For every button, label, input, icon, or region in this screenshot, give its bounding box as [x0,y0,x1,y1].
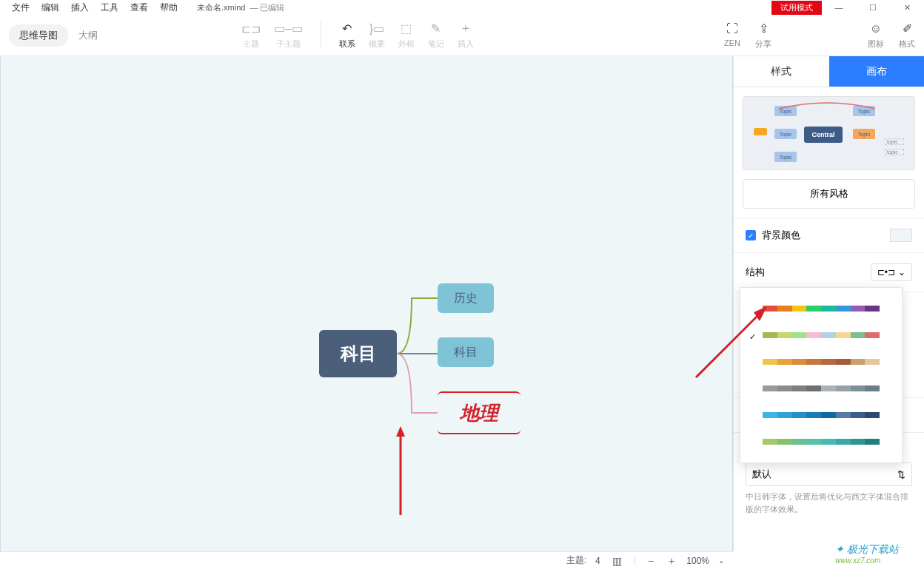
map-overview-icon[interactable]: ▥ [609,555,625,567]
palette-color [865,412,880,418]
bg-color-swatch[interactable] [890,229,912,242]
preview-topic: Topic [853,106,875,116]
palette-color [865,385,880,391]
maximize-button[interactable]: ☐ [856,0,890,15]
tool-zen[interactable]: ⛶ ZEN [724,21,740,50]
menu-insert[interactable]: 插入 [65,0,95,16]
tool-icons[interactable]: ☺ 图标 [868,21,884,50]
all-styles-button[interactable]: 所有风格 [743,179,915,209]
close-button[interactable]: ✕ [890,0,924,15]
mindmap-canvas[interactable]: 科目 历史 科目 地理 [0,56,733,551]
palette-option-5[interactable] [763,428,880,455]
structure-select[interactable]: ⊏•⊐ ⌄ [871,263,912,281]
palette-color [821,439,836,445]
preview-floating-topic [754,128,767,135]
palette-color [792,439,807,445]
palette-color [763,306,777,312]
share-icon: ⇪ [759,21,769,36]
node-child-3[interactable]: 地理 [438,391,520,434]
tool-relation[interactable]: ↶ 联系 [339,21,355,50]
tool-note[interactable]: ✎ 笔记 [428,21,444,50]
tool-subtopic[interactable]: ▭–▭ 子主题 [274,21,303,50]
chevron-down-icon[interactable]: ⌄ [718,556,724,565]
palette-color [777,385,792,391]
palette-option-2[interactable] [763,349,880,375]
tool-boundary[interactable]: ⬚ 外框 [398,21,415,50]
palette-color [777,359,792,365]
preview-subtopic: topic [885,149,904,155]
palette-color [865,332,880,338]
palette-color [763,359,777,365]
menu-view[interactable]: 查看 [124,0,154,16]
palette-color [851,385,866,391]
palette-color [836,412,851,418]
node-central[interactable]: 科目 [319,330,397,377]
zoom-out-button[interactable]: − [645,555,657,567]
cjk-font-select[interactable]: 默认 ⇅ [746,462,912,486]
palette-option-4[interactable] [763,402,880,428]
palette-option-0[interactable] [763,295,880,322]
tool-topic[interactable]: ⊏⊐ 主题 [241,21,261,50]
bg-color-checkbox[interactable]: ✓ [746,230,756,240]
palette-color [763,412,777,418]
topic-icon: ⊏⊐ [241,21,261,36]
palette-color [792,306,807,312]
tool-summary[interactable]: }▭ 概要 [369,21,385,50]
svg-marker-1 [396,426,405,437]
node-child-1[interactable]: 历史 [438,283,494,313]
status-topic-label: 主题: [566,554,586,567]
tool-topic-label: 主题 [243,38,259,50]
menu-tools[interactable]: 工具 [95,0,124,16]
boundary-icon: ⬚ [401,21,412,36]
palette-color [806,412,821,418]
palette-color [777,306,792,312]
file-name: 未命名.xmind [197,2,245,13]
palette-color [763,439,777,445]
palette-color [836,332,851,338]
insert-icon: ＋ [460,21,472,36]
view-mindmap-button[interactable]: 思维导图 [9,24,68,47]
tool-share[interactable]: ⇪ 分享 [755,21,771,50]
stepper-icon: ⇅ [897,469,905,480]
status-bar: 主题: 4 ▥ | − + 100% ⌄ [0,551,733,569]
palette-option-3[interactable] [763,375,880,402]
tool-insert[interactable]: ＋ 插入 [458,21,474,50]
color-scheme-popup [740,287,903,463]
view-outline-button[interactable]: 大纲 [68,24,108,47]
minimize-button[interactable]: — [822,0,856,15]
menu-edit[interactable]: 编辑 [36,0,65,16]
palette-color [792,412,807,418]
menu-file[interactable]: 文件 [6,0,36,16]
palette-color [777,412,792,418]
preview-central: Central [804,127,843,143]
status-topic-count: 4 [595,556,600,566]
preview-subtopic: topic [885,138,904,145]
style-preview[interactable]: Topic Topic Topic Central Topic Topic to… [743,96,915,170]
palette-color [792,385,807,391]
zoom-level[interactable]: 100% [686,556,709,566]
tool-insert-label: 插入 [458,38,474,50]
menu-help[interactable]: 帮助 [154,0,184,16]
palette-color [806,385,821,391]
menu-bar: 文件 编辑 插入 工具 查看 帮助 [0,0,184,16]
palette-color [865,306,880,312]
trial-mode-badge[interactable]: 试用模式 [771,1,822,15]
palette-color [836,385,851,391]
smiley-icon: ☺ [870,21,882,36]
palette-color [806,359,821,365]
palette-color [821,412,836,418]
palette-color [806,332,821,338]
relation-icon: ↶ [342,21,352,36]
zoom-in-button[interactable]: + [666,555,677,567]
palette-color [851,306,866,312]
palette-color [851,439,866,445]
tab-style[interactable]: 样式 [734,56,829,87]
tab-canvas[interactable]: 画布 [829,56,925,87]
cjk-font-description: 中日韩字体，设置后将优化与西文字体混合排版的字体效果。 [746,491,912,515]
palette-color [806,439,821,445]
palette-option-1[interactable] [763,322,880,349]
tool-format[interactable]: ✐ 格式 [899,21,915,50]
palette-color [821,332,836,338]
node-child-2[interactable]: 科目 [438,337,494,367]
chevron-down-icon: ⌄ [898,267,905,277]
